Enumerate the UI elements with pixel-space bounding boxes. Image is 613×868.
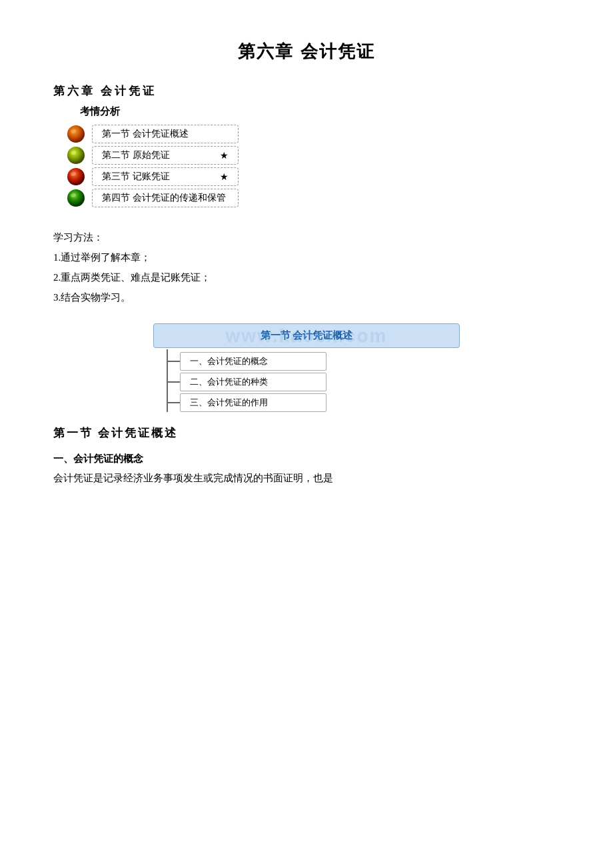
svg-point-0 [67,125,85,143]
chapter-heading: 第六章 会计凭证 [53,83,560,99]
section1-sub-heading: 一、会计凭证的概念 [53,453,560,465]
sub-item-row-1: 一、会计凭证的概念 [168,352,326,371]
outline-label-2: 第二节 原始凭证 [102,149,170,161]
sub-item-box-1: 一、会计凭证的概念 [180,352,326,371]
horiz-bar-3 [168,402,180,403]
star-mark-2: ★ [220,150,229,161]
outline-label-1: 第一节 会计凭证概述 [102,128,189,140]
learning-methods: 学习方法： 1.通过举例了解本章； 2.重点两类凭证、难点是记账凭证； 3.结合… [53,227,560,307]
outline-box-4: 第四节 会计凭证的传递和保管 [92,189,239,207]
sub-item-box-2: 二、会计凭证的种类 [180,373,326,391]
section-diagram-title-text: 第一节 会计凭证概述 [261,330,353,341]
section1-heading: 第一节 会计凭证概述 [53,425,560,441]
sub-item-box-3: 三、会计凭证的作用 [180,393,326,412]
horiz-bar-2 [168,381,180,383]
outline-box-3: 第三节 记账凭证 ★ [92,167,239,186]
section-diagram: 第一节 会计凭证概述 www.kaocx.com 一、会计凭证的概念 二、会计凭… [153,323,460,412]
learning-item-3: 3.结合实物学习。 [53,287,560,307]
star-mark-3: ★ [220,171,229,183]
outline-area: 第一节 会计凭证概述 第二节 原始凭证 ★ [67,125,560,207]
bullet-icon-3 [67,167,85,186]
svg-point-6 [67,189,85,207]
learning-methods-title: 学习方法： [53,227,560,247]
outline-label-4: 第四节 会计凭证的传递和保管 [102,192,226,204]
outline-box-2: 第二节 原始凭证 ★ [92,146,239,165]
outline-row-1: 第一节 会计凭证概述 [67,125,560,143]
svg-point-2 [67,147,85,164]
sub-items-wrapper: 一、会计凭证的概念 二、会计凭证的种类 三、会计凭证的作用 [153,349,460,412]
bullet-icon-2 [67,146,85,165]
sub-item-row-2: 二、会计凭证的种类 [168,373,326,391]
horiz-bar-1 [168,361,180,362]
outline-row-4: 第四节 会计凭证的传递和保管 [67,189,560,207]
page-title: 第六章 会计凭证 [53,40,560,63]
learning-item-1: 1.通过举例了解本章； [53,247,560,267]
horiz-items: 一、会计凭证的概念 二、会计凭证的种类 三、会计凭证的作用 [168,349,326,412]
exam-analysis-label: 考情分析 [80,105,560,118]
outline-row-2: 第二节 原始凭证 ★ [67,146,560,165]
bullet-icon-1 [67,125,85,143]
sub-item-row-3: 三、会计凭证的作用 [168,393,326,412]
outline-label-3: 第三节 记账凭证 [102,171,170,183]
section-diagram-title: 第一节 会计凭证概述 www.kaocx.com [153,323,460,348]
outline-row-3: 第三节 记账凭证 ★ [67,167,560,186]
learning-item-2: 2.重点两类凭证、难点是记账凭证； [53,267,560,287]
svg-point-4 [67,168,85,185]
section1-body-text: 会计凭证是记录经济业务事项发生或完成情况的书面证明，也是 [53,469,560,487]
outline-box-1: 第一节 会计凭证概述 [92,125,239,143]
bullet-icon-4 [67,189,85,207]
